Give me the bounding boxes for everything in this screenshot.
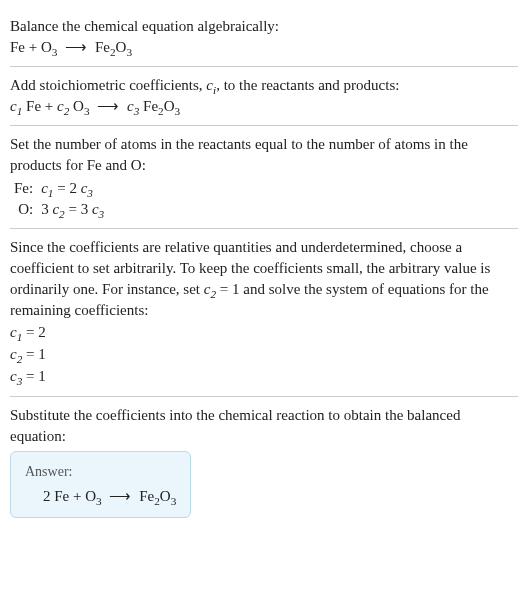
- section-answer: Substitute the coefficients into the che…: [10, 397, 518, 526]
- balance-table: Fe: c1 = 2 c3 O: 3 c2 = 3 c3: [10, 178, 108, 220]
- section-coefficients: Add stoichiometric coefficients, ci, to …: [10, 67, 518, 125]
- coeff-intro: Add stoichiometric coefficients, ci, to …: [10, 75, 518, 96]
- coeff-result: c3 = 1: [10, 366, 518, 387]
- answer-box: Answer: 2 Fe + O3 ⟶ Fe2O3: [10, 451, 191, 518]
- solve-intro: Since the coefficients are relative quan…: [10, 237, 518, 321]
- section-intro: Balance the chemical equation algebraica…: [10, 8, 518, 66]
- table-row: Fe: c1 = 2 c3: [10, 178, 108, 199]
- c2: c2: [57, 98, 69, 114]
- element-label: O:: [10, 199, 37, 220]
- answer-label: Answer:: [25, 462, 176, 482]
- balance-intro: Set the number of atoms in the reactants…: [10, 134, 518, 176]
- section-solve: Since the coefficients are relative quan…: [10, 229, 518, 396]
- table-row: O: 3 c2 = 3 c3: [10, 199, 108, 220]
- answer-intro: Substitute the coefficients into the che…: [10, 405, 518, 447]
- equation-unbalanced: Fe + O3 ⟶ Fe2O3: [10, 37, 518, 58]
- section-atom-balance: Set the number of atoms in the reactants…: [10, 126, 518, 228]
- balanced-equation: 2 Fe + O3 ⟶ Fe2O3: [25, 486, 176, 507]
- coeff-result: c2 = 1: [10, 344, 518, 365]
- intro-text: Balance the chemical equation algebraica…: [10, 16, 518, 37]
- text: Add stoichiometric coefficients,: [10, 77, 206, 93]
- coeff-result: c1 = 2: [10, 322, 518, 343]
- c1: c1: [10, 98, 22, 114]
- balance-eq: c1 = 2 c3: [37, 178, 108, 199]
- ci-symbol: ci: [206, 77, 216, 93]
- c3: c3: [127, 98, 139, 114]
- c2-symbol: c2: [204, 281, 216, 297]
- balance-eq: 3 c2 = 3 c3: [37, 199, 108, 220]
- text: , to the reactants and products:: [216, 77, 399, 93]
- element-label: Fe:: [10, 178, 37, 199]
- equation-with-coeffs: c1 Fe + c2 O3 ⟶ c3 Fe2O3: [10, 96, 518, 117]
